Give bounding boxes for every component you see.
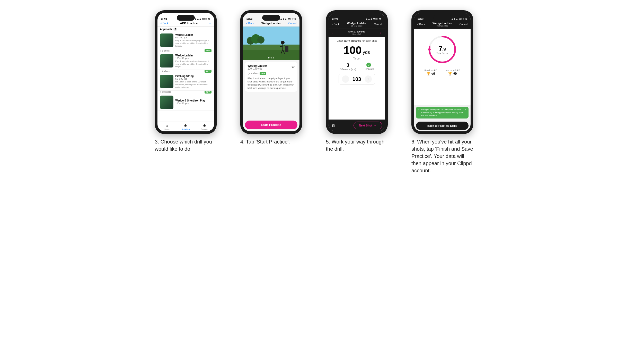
app-badge-2: APP <box>205 70 211 73</box>
dynamic-island-1 <box>177 15 195 21</box>
difference-val: 3 <box>340 63 356 68</box>
svg-point-3 <box>281 41 285 44</box>
drill-card-yds-2: 100–140 yds <box>248 67 267 70</box>
drill-info-4: Wedge & Short Iron Play 100–140 yds <box>175 96 211 109</box>
dynamic-island-2 <box>262 15 280 21</box>
nav-cancel-4[interactable]: Cancel <box>460 23 467 26</box>
nav-cancel-2[interactable]: Cancel <box>288 22 296 25</box>
target-label-3: Target <box>353 57 360 60</box>
phone-section-3: 13:03 ▲▲▲ WiFi 46 < Back Wedge Ladder 06… <box>326 10 404 153</box>
drill-item-2[interactable]: Wedge Ladder 100–140 yds Play 1 shot at … <box>157 53 214 70</box>
time-3: 13:03 <box>332 18 338 20</box>
drill-thumb-1 <box>160 33 173 47</box>
clock-icon-1: ○ <box>160 49 161 52</box>
phone-2: 13:02 ▲▲▲ WiFi 46 < Back Wedge Ladder Ca… <box>240 10 302 134</box>
caption-4: 6. When you've hit all your shots, tap '… <box>411 138 473 174</box>
tab-activities-1[interactable]: ⊕ Activities <box>176 123 195 130</box>
home-icon: ⌂ <box>166 123 168 128</box>
app-badge-3: APP <box>205 91 211 94</box>
back-to-drills-btn[interactable]: Back to Practice Drills <box>416 122 469 130</box>
nav-center-4: Wedge Ladder 06 Mar 2023 <box>433 22 452 27</box>
decrement-btn-3[interactable]: − <box>342 75 349 83</box>
drill-card-header-2: Wedge Ladder 100–140 yds ☆ <box>248 64 295 70</box>
drill-card-name-2: Wedge Ladder <box>248 64 267 67</box>
toast-close-4[interactable]: ✕ <box>464 108 466 112</box>
drill-card-name-group: Wedge Ladder 100–140 yds <box>248 64 267 70</box>
phone-2-inner: 13:02 ▲▲▲ WiFi 46 < Back Wedge Ladder Ca… <box>243 13 299 131</box>
drill-card-shots-2: ○ 9 shots APP <box>248 71 295 76</box>
start-practice-btn[interactable]: Start Practice <box>245 121 297 129</box>
nav-cancel-3[interactable]: Cancel <box>374 23 382 26</box>
drill-thumb-img-3 <box>160 75 173 88</box>
nav-bar-3: < Back Wedge Ladder 06 Mar 2023 Cancel <box>329 21 385 29</box>
next-arrow-3[interactable]: → <box>378 31 382 35</box>
drill-card-desc-2: Play 1 shot at each target yardage. If y… <box>248 77 295 90</box>
difference-stat: 3 Difference (yds) <box>340 63 356 71</box>
phone-1-inner: 13:02 ▲▲▲ WiFi 46 < Back APP Practice ≡ … <box>157 13 214 131</box>
clock-icon-2b: ○ <box>248 71 250 76</box>
toast-text-4: 'Wedge Ladder (100–140 yds)' was created… <box>421 108 463 117</box>
wifi-icon-2: WiFi <box>288 18 293 20</box>
hit-target-stat: ✓ Hit Target <box>364 63 374 71</box>
tab-capture-label: Capture <box>201 128 208 130</box>
dynamic-island-3 <box>348 15 366 21</box>
tab-home-1[interactable]: ⌂ Home <box>157 123 176 130</box>
increment-btn-3[interactable]: + <box>365 75 372 83</box>
drill-name-4: Wedge & Short Iron Play <box>175 99 211 102</box>
battery-4: 46 <box>464 18 467 20</box>
back-btn-2[interactable]: < Back <box>246 22 254 25</box>
wifi-icon-4: WiFi <box>459 18 464 20</box>
time-2: 13:02 <box>246 18 252 20</box>
drill-thumb-2 <box>160 54 173 67</box>
score-center-4: 7 /9 Total Score <box>436 44 448 55</box>
drill-item-3[interactable]: Pitching String 55–100 yds Hit 1 shot at… <box>157 73 214 90</box>
back-btn-3[interactable]: < Back <box>332 23 340 26</box>
status-icons-2: ▲▲▲ WiFi 46 <box>280 18 296 20</box>
tab-capture-1[interactable]: ⊕ Capture <box>195 123 214 130</box>
svg-point-14 <box>428 48 431 51</box>
nav-bar-4: < Back Wedge Ladder 06 Mar 2023 Cancel <box>414 21 471 29</box>
nav-menu-1[interactable]: ≡ <box>209 22 211 25</box>
shot-actions-3: 🗑 Next Shot → <box>329 120 385 131</box>
phone-section-4: 13:03 ▲▲▲ WiFi 46 < Back Wedge Ladder 06… <box>411 10 489 174</box>
phone-4-inner: 13:03 ▲▲▲ WiFi 46 < Back Wedge Ladder 06… <box>414 13 471 131</box>
shots-count-2: 9 shots <box>162 70 170 73</box>
nav-subtitle-3: 06 Mar 2023 <box>347 25 367 27</box>
clock-icon-3: ○ <box>160 91 161 93</box>
drill-yds-4: 100–140 yds <box>175 102 211 105</box>
hero-dot-1 <box>268 57 270 58</box>
shot-stats-3: 3 Difference (yds) ✓ Hit Target <box>340 63 374 71</box>
phone-1: 13:02 ▲▲▲ WiFi 46 < Back APP Practice ≡ … <box>155 10 217 134</box>
back-btn-4[interactable]: < Back <box>417 23 425 26</box>
pb-score-prev: -/9 <box>431 72 435 75</box>
results-content-4: 7 /9 Total Score Previous PB 🏆 -/9 <box>414 29 471 105</box>
back-btn-1[interactable]: < Back <box>161 22 169 25</box>
drill-yds-2: 100–140 yds <box>175 57 211 60</box>
number-input-row-3: − 103 + <box>339 74 375 84</box>
bookmark-icon-2[interactable]: ☆ <box>291 64 295 69</box>
shots-info-1: ○ 9 shots <box>160 49 170 52</box>
drill-thumb-img-1 <box>160 33 173 47</box>
wifi-icon-1: WiFi <box>202 18 207 20</box>
score-ring-4: 7 /9 Total Score <box>427 34 458 65</box>
nav-bar-2: < Back Wedge Ladder Cancel <box>243 21 299 27</box>
nav-center-3: Wedge Ladder 06 Mar 2023 <box>347 22 367 27</box>
shot-nav-info-3: Shot 1, 100 yds Score 5/9 <box>348 30 365 35</box>
drill-desc-1: Play 1 shot at each target yardage. If y… <box>175 39 211 47</box>
drill-yds-3: 55–100 yds <box>175 78 211 80</box>
phone-4: 13:03 ▲▲▲ WiFi 46 < Back Wedge Ladder 06… <box>411 10 473 134</box>
input-value-3[interactable]: 103 <box>352 76 362 82</box>
target-distance-3: 100 <box>343 44 361 56</box>
section-badge-1: 7 <box>173 28 177 31</box>
clock-icon-2: ○ <box>160 70 161 73</box>
delete-icon-3[interactable]: 🗑 <box>332 123 335 128</box>
next-shot-arrow: → <box>374 124 377 127</box>
battery-2: 46 <box>293 18 296 20</box>
next-shot-btn-3[interactable]: Next Shot → <box>354 122 382 129</box>
pb-item-month: Last month PB 🏆 -/9 <box>445 69 460 75</box>
drill-list-1: Wedge Ladder 50–100 yds Play 1 shot at e… <box>157 32 214 122</box>
shots-info-3: ○ 10 shots <box>160 91 171 93</box>
prev-arrow-3[interactable]: ← <box>332 31 336 35</box>
drill-item-1[interactable]: Wedge Ladder 50–100 yds Play 1 shot at e… <box>157 32 214 49</box>
drill-item-4[interactable]: Wedge & Short Iron Play 100–140 yds <box>157 94 214 111</box>
